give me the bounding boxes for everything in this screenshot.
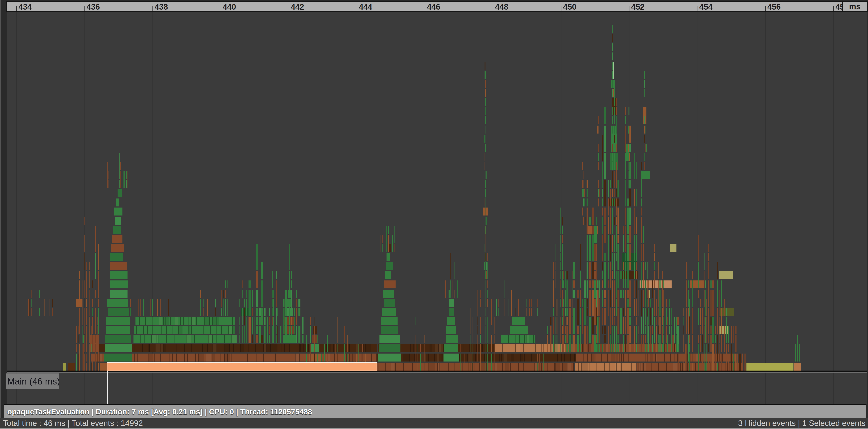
event-bar[interactable] <box>218 299 218 307</box>
event-bar[interactable] <box>610 189 611 206</box>
event-bar[interactable] <box>663 280 664 288</box>
event-bar[interactable] <box>604 107 606 124</box>
event-bar[interactable] <box>302 317 304 334</box>
event-bar[interactable] <box>477 290 478 316</box>
event-bar[interactable] <box>508 299 508 316</box>
event-bar[interactable] <box>485 107 486 115</box>
event-bar[interactable] <box>696 226 696 243</box>
event-bar[interactable] <box>483 344 483 371</box>
event-bar[interactable] <box>700 363 701 371</box>
event-bar[interactable] <box>76 326 77 343</box>
event-bar[interactable] <box>708 344 709 352</box>
event-bar[interactable] <box>120 171 121 188</box>
event-bar[interactable] <box>587 263 588 279</box>
event-bar[interactable] <box>126 180 127 188</box>
event-bar[interactable] <box>114 134 114 143</box>
event-bar[interactable] <box>79 344 80 371</box>
event-bar[interactable] <box>453 280 453 298</box>
event-bar[interactable] <box>25 299 25 316</box>
event-bar[interactable] <box>283 299 284 307</box>
event-bar[interactable] <box>549 317 549 325</box>
event-bar[interactable] <box>553 308 554 316</box>
event-bar[interactable] <box>719 344 719 371</box>
event-bar[interactable] <box>436 344 436 352</box>
event-bar[interactable] <box>602 134 603 161</box>
event-bar[interactable] <box>616 253 617 261</box>
event-bar[interactable] <box>291 290 292 316</box>
event-bar[interactable] <box>485 280 486 307</box>
event-bar[interactable] <box>633 280 635 298</box>
event-bar[interactable] <box>489 317 489 343</box>
event-bar[interactable] <box>486 271 487 279</box>
event-bar[interactable] <box>107 299 128 307</box>
event-bar[interactable] <box>227 280 227 288</box>
event-bar[interactable] <box>550 326 552 352</box>
event-bar[interactable] <box>641 171 642 197</box>
event-bar[interactable] <box>572 317 572 334</box>
event-bar[interactable] <box>91 354 92 362</box>
event-bar[interactable] <box>272 271 273 288</box>
event-bar[interactable] <box>612 235 613 252</box>
event-bar[interactable] <box>625 335 626 352</box>
event-bar[interactable] <box>391 226 391 252</box>
event-bar[interactable] <box>89 263 90 270</box>
event-bar[interactable] <box>601 253 601 279</box>
event-bar[interactable] <box>560 299 560 307</box>
event-bar[interactable] <box>614 308 615 316</box>
event-bar[interactable] <box>629 317 630 325</box>
event-bar[interactable] <box>692 335 693 352</box>
event-bar[interactable] <box>285 290 287 316</box>
event-bar[interactable] <box>488 280 488 288</box>
event-bar[interactable] <box>592 335 593 352</box>
event-bar[interactable] <box>636 162 637 179</box>
event-bar[interactable] <box>108 171 109 179</box>
event-bar[interactable] <box>688 290 689 307</box>
event-bar[interactable] <box>484 134 486 143</box>
event-bar[interactable] <box>700 299 701 307</box>
event-bar[interactable] <box>527 308 527 316</box>
event-bar[interactable] <box>598 180 599 188</box>
event-bar[interactable] <box>81 290 81 298</box>
event-bar[interactable] <box>692 280 693 307</box>
event-bar[interactable] <box>601 280 601 288</box>
event-bar[interactable] <box>584 198 585 207</box>
event-bar[interactable] <box>681 335 681 362</box>
event-bar[interactable] <box>449 299 454 307</box>
event-bar[interactable] <box>269 317 270 325</box>
event-bar[interactable] <box>584 326 586 352</box>
event-bar[interactable] <box>111 153 111 179</box>
event-bar[interactable] <box>674 317 675 343</box>
event-bar[interactable] <box>122 180 122 188</box>
event-bar[interactable] <box>565 271 566 288</box>
event-bar[interactable] <box>333 344 333 361</box>
event-bar[interactable] <box>629 208 630 224</box>
event-bar[interactable] <box>557 317 557 334</box>
event-bar[interactable] <box>342 317 342 343</box>
event-bar[interactable] <box>264 326 266 343</box>
event-bar[interactable] <box>450 253 451 279</box>
event-bar[interactable] <box>562 326 563 334</box>
event-bar[interactable] <box>252 335 253 343</box>
event-bar[interactable] <box>683 317 683 325</box>
event-bar[interactable] <box>676 317 677 334</box>
event-bar[interactable] <box>688 335 689 362</box>
event-bar[interactable] <box>607 326 608 334</box>
event-bar[interactable] <box>294 335 295 343</box>
event-bar[interactable] <box>644 126 645 133</box>
event-bar[interactable] <box>601 226 601 252</box>
event-bar[interactable] <box>537 354 537 362</box>
event-bar[interactable] <box>534 299 534 316</box>
event-bar[interactable] <box>618 235 619 243</box>
event-bar[interactable] <box>576 308 576 334</box>
event-bar[interactable] <box>618 335 619 343</box>
event-bar[interactable] <box>696 244 696 270</box>
event-bar[interactable] <box>594 280 596 298</box>
event-bar[interactable] <box>585 217 586 225</box>
event-bar[interactable] <box>607 308 608 316</box>
event-bar[interactable] <box>633 263 635 279</box>
event-bar[interactable] <box>612 308 613 325</box>
event-bar[interactable] <box>396 244 396 252</box>
event-bar[interactable] <box>666 299 666 307</box>
event-bar[interactable] <box>488 317 488 343</box>
event-bar[interactable] <box>620 290 622 298</box>
